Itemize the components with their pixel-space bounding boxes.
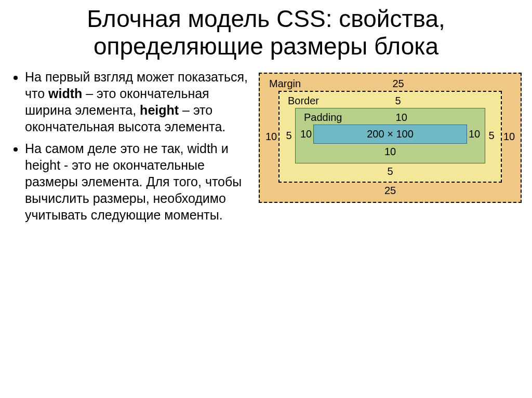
padding-bottom-value: 10 [299,146,482,158]
diagram-column: Margin 25 10 Border 5 5 [259,68,522,203]
border-mid-row: 5 Padding 10 10 200 × 100 [283,108,498,163]
bullet-1-width: width [48,86,82,101]
content-row: На первый взгляд может показаться, что w… [10,68,522,228]
margin-bottom-value: 25 [264,185,516,197]
bullet-item-2: На самом деле это не так, width и height… [25,140,249,223]
padding-top-row: Padding 10 [299,112,482,123]
padding-left-value: 10 [299,128,313,140]
box-border: Border 5 5 Padding 10 [278,91,502,183]
margin-right-value: 10 [502,131,516,143]
border-bottom-value: 5 [283,166,498,177]
padding-label: Padding [299,112,342,123]
margin-label: Margin [264,78,301,90]
slide-title: Блочная модель CSS: свойства, определяющ… [10,5,522,60]
text-column: На первый взгляд может показаться, что w… [10,68,249,228]
border-label: Border [283,95,319,107]
bullet-item-1: На первый взгляд может показаться, что w… [25,68,249,135]
box-content: 200 × 100 [313,125,467,144]
padding-top-value: 10 [342,112,482,123]
margin-left-value: 10 [264,131,278,143]
border-top-row: Border 5 [283,95,498,107]
box-margin: Margin 25 10 Border 5 5 [259,73,522,203]
margin-mid-row: 10 Border 5 5 Padding [264,91,516,183]
border-right-value: 5 [485,130,498,142]
border-top-value: 5 [319,95,498,107]
slide: Блочная модель CSS: свойства, определяющ… [0,0,532,398]
margin-top-value: 25 [301,78,516,90]
border-left-value: 5 [283,130,295,142]
margin-top-row: Margin 25 [264,78,516,90]
box-padding: Padding 10 10 200 × 100 10 10 [295,108,485,163]
padding-mid-row: 10 200 × 100 10 [299,125,482,144]
bullet-list: На первый взгляд может показаться, что w… [10,68,249,223]
padding-right-value: 10 [467,128,482,140]
bullet-1-height: height [140,103,179,117]
